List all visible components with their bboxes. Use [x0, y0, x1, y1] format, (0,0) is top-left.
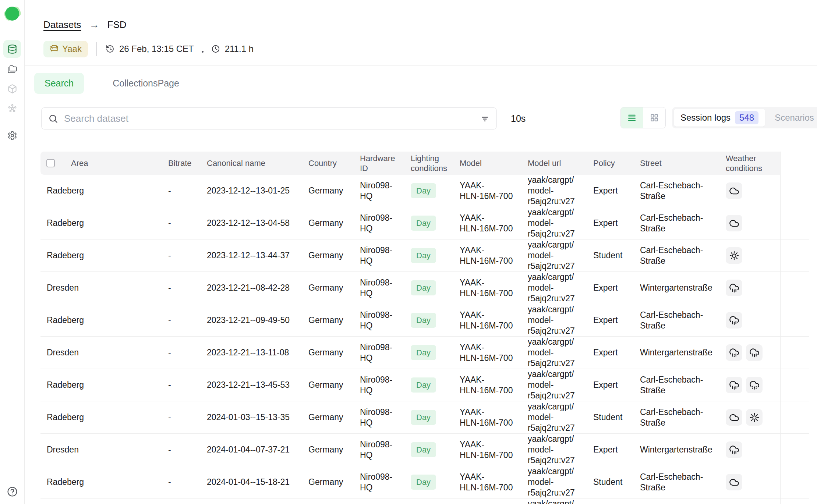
cell-lighting: Day	[404, 272, 453, 304]
cell-lighting: Day	[404, 239, 453, 272]
table-row[interactable]: Radeberg - 2023-12-12--13-04-58 Germany …	[40, 207, 809, 239]
cell-policy: Expert	[587, 304, 634, 337]
column-header-policy: Policy	[587, 152, 634, 175]
session-logs-segment[interactable]: Session logs 548	[674, 109, 765, 127]
cloud-weather-icon	[726, 474, 742, 490]
cell-model: YAAK-HLN-16M-700	[453, 498, 521, 504]
cell-policy: Expert	[587, 369, 634, 401]
sidebar-item-packages[interactable]	[3, 80, 21, 97]
table-row[interactable]: Radeberg - 2023-12-12--13-44-37 Germany …	[40, 239, 809, 272]
table-row[interactable]: Radeberg - 2023-12-12--13-01-25 Germany …	[40, 175, 809, 207]
column-header-street: Street	[634, 152, 719, 175]
list-view-button[interactable]	[621, 107, 643, 128]
cell-canonical-name: 2024-01-03--15-13-35	[201, 401, 302, 434]
cell-street: Carl-Eschebach-Straße	[634, 304, 719, 337]
cell-model: YAAK-HLN-16M-700	[453, 272, 521, 304]
column-header-canonical-name: Canonical name	[201, 152, 302, 175]
cell-weather	[719, 272, 780, 304]
cell-bitrate: -	[162, 369, 201, 401]
sidebar-item-settings[interactable]	[3, 127, 21, 144]
tab-bar: Search CollectionsPage	[34, 73, 190, 94]
table-row[interactable]: Dresden - 2024-01-04--07-37-21 Germany N…	[40, 434, 809, 466]
cell-canonical-name: 2023-12-21--09-49-50	[201, 304, 302, 337]
cell-weather	[719, 498, 780, 504]
cell-country: Germany	[302, 239, 354, 272]
dataset-meta-row: Yaak 26 Feb, 13:15 CET 211.1 h	[43, 40, 254, 57]
cell-lighting: Day	[404, 401, 453, 434]
grid-view-button[interactable]	[643, 107, 665, 128]
cell-policy: Expert	[587, 498, 634, 504]
cell-model-url: yaak/​cargpt/​model-r5ajq2ru:v27	[521, 434, 587, 466]
sidebar-item-collections[interactable]	[3, 60, 21, 78]
table-row[interactable]: Radeberg - 2024-01-03--15-13-35 Germany …	[40, 401, 809, 434]
cell-lighting: Day	[404, 466, 453, 498]
cell-bitrate: -	[162, 401, 201, 434]
cell-hardware-id: Niro098-HQ	[354, 466, 404, 498]
session-logs-count-badge: 548	[735, 111, 758, 124]
view-toggle	[620, 107, 666, 128]
search-input[interactable]	[64, 113, 480, 124]
cell-hardware-id: Niro098-HQ	[354, 498, 404, 504]
duration-text: 211.1 h	[225, 44, 254, 54]
cell-weather	[719, 239, 780, 272]
table-row[interactable]: Radeberg - 2023-12-21--13-45-53 Germany …	[40, 369, 809, 401]
table-row[interactable]: Radeberg - 2023-12-21--09-49-50 Germany …	[40, 304, 809, 337]
cell-weather	[719, 207, 780, 239]
cell-country: Germany	[302, 369, 354, 401]
cell-hardware-id: Niro098-HQ	[354, 272, 404, 304]
cell-policy: Expert	[587, 272, 634, 304]
rain-weather-icon	[726, 280, 742, 296]
app-logo[interactable]	[4, 5, 21, 22]
cell-actions	[780, 239, 809, 272]
vehicle-badge[interactable]: Yaak	[43, 41, 88, 57]
cell-street: Carl-Eschebach-Straße	[634, 175, 719, 207]
cell-canonical-name: 2024-01-04--07-37-21	[201, 434, 302, 466]
scenarios-segment[interactable]: Scenarios	[765, 109, 817, 127]
cell-hardware-id: Niro098-HQ	[354, 304, 404, 337]
table-row[interactable]: Dresden - 2024-01-05--08-46-29 Germany N…	[40, 498, 809, 504]
rain-weather-icon	[746, 344, 763, 361]
sun-weather-icon	[726, 247, 742, 264]
cell-lighting: Day	[404, 175, 453, 207]
lighting-badge: Day	[411, 442, 436, 457]
sidebar-item-datasets[interactable]	[3, 40, 21, 58]
cell-policy: Student	[587, 466, 634, 498]
cloud-weather-icon	[726, 182, 742, 199]
cell-bitrate: -	[162, 272, 201, 304]
column-header-actions	[780, 152, 809, 175]
cell-street: Carl-Eschebach-Straße	[634, 207, 719, 239]
cell-model-url: yaak/​cargpt/​model-r5ajq2ru:v27	[521, 466, 587, 498]
filter-icon[interactable]	[480, 114, 490, 124]
duration-filter[interactable]: 10s	[511, 107, 526, 129]
rain-weather-icon	[726, 377, 742, 393]
result-type-switch: Session logs 548 Scenarios	[672, 107, 817, 128]
help-button[interactable]	[7, 486, 18, 497]
sun-weather-icon	[746, 409, 763, 426]
table-row[interactable]: Radeberg - 2024-01-04--15-18-21 Germany …	[40, 466, 809, 498]
breadcrumb-datasets-link[interactable]: Datasets	[43, 19, 81, 31]
cell-hardware-id: Niro098-HQ	[354, 175, 404, 207]
cell-lighting: Day	[404, 434, 453, 466]
cell-country: Germany	[302, 175, 354, 207]
select-all-checkbox[interactable]	[46, 159, 55, 167]
cell-actions	[780, 434, 809, 466]
database-icon	[7, 44, 17, 54]
column-header-bitrate: Bitrate	[162, 152, 201, 175]
cell-street: Carl-Eschebach-Straße	[634, 369, 719, 401]
cell-area: Dresden	[40, 337, 162, 369]
sidebar-item-graph[interactable]	[3, 100, 21, 117]
cell-actions	[780, 207, 809, 239]
cell-lighting: Day	[404, 369, 453, 401]
cell-country: Germany	[302, 337, 354, 369]
cell-weather	[719, 175, 780, 207]
cell-canonical-name: 2024-01-05--08-46-29	[201, 498, 302, 504]
lighting-badge: Day	[411, 410, 436, 425]
column-header-country: Country	[302, 152, 354, 175]
column-header-weather-conditions: Weather conditions	[719, 152, 780, 175]
cell-lighting: Day	[404, 337, 453, 369]
tab-search[interactable]: Search	[34, 73, 84, 94]
table-row[interactable]: Dresden - 2023-12-21--13-11-08 Germany N…	[40, 337, 809, 369]
table-row[interactable]: Dresden - 2023-12-21--08-42-28 Germany N…	[40, 272, 809, 304]
cell-country: Germany	[302, 207, 354, 239]
tab-collections-page[interactable]: CollectionsPage	[102, 73, 190, 94]
